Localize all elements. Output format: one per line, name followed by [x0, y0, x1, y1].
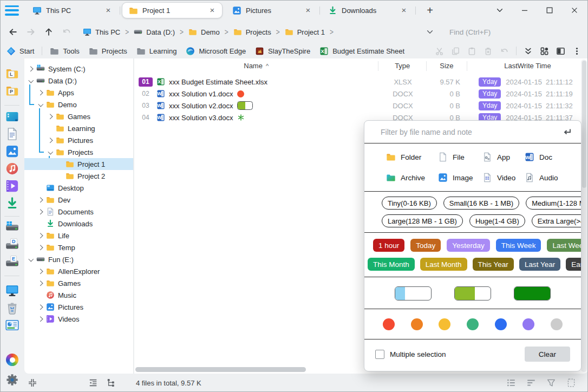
file-row[interactable]: 03 xxx Solution v2.docx DOCX 0 B Yday 20… — [134, 100, 588, 112]
size-filter-extra-large[interactable]: Extra Large(>4 GB) — [532, 214, 582, 227]
tree-item-videos[interactable]: Videos — [24, 313, 133, 325]
tree-item-games-e[interactable]: Games — [24, 277, 133, 289]
find-input[interactable] — [448, 24, 580, 40]
tree-item-life[interactable]: Life — [24, 230, 133, 241]
tree-item-games[interactable]: Games — [24, 110, 133, 122]
up-arrow-icon[interactable] — [42, 25, 55, 38]
pinned-music[interactable] — [5, 162, 19, 175]
pinned-pictures[interactable] — [5, 145, 19, 158]
size-filter-medium[interactable]: Medium(1-128 MB) — [526, 197, 582, 210]
close-window-button[interactable] — [565, 3, 584, 18]
tree-item-apps[interactable]: Apps — [24, 87, 133, 99]
type-filter-archive[interactable]: Archive — [386, 167, 438, 188]
outdent-icon[interactable] — [88, 378, 98, 388]
vertical-scrollbar-thumb[interactable] — [582, 61, 586, 188]
time-filter-this-month[interactable]: This Month — [368, 258, 415, 271]
tree-item-pictures-e[interactable]: Pictures — [24, 301, 133, 313]
size-filter-tiny[interactable]: Tiny(0-16 KB) — [382, 197, 437, 210]
quickbar-projects[interactable]: Projects — [89, 47, 127, 56]
size-filter-small[interactable]: Small(16 KB - 1 MB) — [443, 197, 519, 210]
chevron-right-icon[interactable] — [36, 279, 45, 288]
file-row[interactable]: 01 xxx Budget Estimate Sheet.xlsx XLSX 9… — [134, 76, 588, 88]
collapse-all-icon[interactable] — [28, 378, 37, 388]
column-header-type[interactable]: Type — [378, 61, 426, 71]
time-filter-this-year[interactable]: This Year — [473, 258, 514, 271]
pinned-downloads[interactable] — [5, 197, 19, 210]
quickbar-budget-estimate-sheet[interactable]: Budget Estimate Sheet — [319, 47, 404, 56]
color-filter-yellow[interactable] — [439, 318, 450, 330]
pinned-videos[interactable] — [5, 179, 19, 193]
time-filter-earlier[interactable]: Earlier — [566, 258, 582, 271]
column-header-lastwrite-time[interactable]: LastWrite Time — [467, 61, 588, 71]
chevron-down-icon[interactable] — [27, 255, 35, 264]
pinned-drive-e[interactable]: E — [5, 257, 19, 270]
chevron-right-icon[interactable] — [27, 64, 35, 73]
tree-item-project-2[interactable]: Project 2 — [24, 170, 133, 182]
quickbar-tools[interactable]: Tools — [50, 47, 79, 56]
pinned-drive-d[interactable]: D — [5, 239, 19, 253]
breadcrumb-demo[interactable]: Demo — [188, 27, 220, 37]
file-row[interactable]: 02 xxx Solution v1.docx DOCX 0 B Yday 20… — [134, 88, 588, 100]
paste-icon[interactable] — [467, 47, 476, 56]
tree-item-downloads[interactable]: Downloads — [24, 218, 133, 230]
tree-item-documents[interactable]: Documents — [24, 206, 133, 218]
color-filter-purple[interactable] — [522, 318, 534, 330]
tab-list-chevron-icon[interactable] — [491, 3, 509, 18]
color-filter-orange[interactable] — [411, 318, 423, 330]
enter-key-icon[interactable] — [561, 127, 572, 138]
close-tab-icon[interactable]: × — [398, 5, 409, 16]
filter-search-input[interactable] — [380, 127, 561, 137]
close-tab-icon[interactable]: × — [103, 5, 114, 16]
type-filter-folder[interactable]: Folder — [386, 147, 438, 167]
strip-this-pc[interactable] — [5, 284, 19, 297]
quickbar-slaythespire[interactable]: SlayTheSpire — [255, 47, 310, 56]
close-tab-icon[interactable]: × — [303, 5, 313, 16]
time-filter-this-week[interactable]: This Week — [496, 239, 541, 252]
tab-downloads[interactable]: Downloads × — [322, 2, 414, 18]
pinned-app-window[interactable] — [5, 110, 19, 123]
color-filter-gray[interactable] — [551, 318, 563, 330]
color-filter-green[interactable] — [467, 318, 479, 330]
breadcrumb-projects[interactable]: Projects — [233, 27, 272, 37]
tree-item-fun-e[interactable]: Fun (E:) — [24, 253, 133, 265]
breadcrumb-data-d[interactable]: Data (D:) — [133, 27, 175, 37]
size-filter-large[interactable]: Large(128 MB - 1 GB) — [382, 214, 463, 227]
type-filter-video[interactable]: Video — [482, 167, 525, 188]
breadcrumb-this-pc[interactable]: This PC — [82, 27, 121, 37]
chevron-right-icon[interactable] — [36, 88, 45, 97]
undo-arrow-icon[interactable] — [60, 25, 73, 38]
type-filter-audio[interactable]: Audio — [525, 167, 581, 188]
tree-item-data-d[interactable]: Data (D:) — [24, 75, 133, 87]
tree-item-projects[interactable]: Projects — [24, 146, 133, 158]
breadcrumb-project-1[interactable]: Project 1 — [284, 27, 325, 37]
chevron-right-icon[interactable] — [36, 243, 45, 252]
maximize-button[interactable] — [540, 3, 559, 18]
progress-filter-half[interactable] — [454, 286, 491, 300]
tree-item-music[interactable]: Music — [24, 289, 133, 301]
time-filter-yesterday[interactable]: Yesterday — [447, 239, 490, 252]
tree-item-system-c[interactable]: System (C:) — [24, 63, 133, 75]
filter-funnel-icon[interactable] — [546, 378, 556, 388]
strip-theme-colors[interactable] — [5, 353, 19, 367]
tree-item-learning[interactable]: Learning — [24, 122, 133, 134]
size-filter-huge[interactable]: Huge(1-4 GB) — [469, 214, 525, 227]
hamburger-menu-icon[interactable] — [5, 5, 19, 16]
color-filter-blue[interactable] — [495, 318, 507, 330]
back-arrow-icon[interactable] — [6, 25, 19, 38]
chevron-right-icon[interactable] — [46, 112, 55, 121]
pinned-folder-learning[interactable]: L — [5, 67, 19, 80]
progress-filter-full[interactable] — [514, 286, 551, 300]
pinned-folder-projects[interactable]: P — [5, 84, 19, 97]
type-filter-doc[interactable]: Doc — [525, 147, 581, 167]
pinned-documents[interactable] — [5, 127, 19, 141]
column-header-size[interactable]: Size — [426, 61, 467, 71]
quickbar-start[interactable]: Start — [6, 47, 34, 56]
chevron-down-icon[interactable] — [46, 148, 55, 156]
tree-item-temp[interactable]: Temp — [24, 241, 133, 253]
quickbar-microsoft-edge[interactable]: Microsoft Edge — [186, 47, 246, 56]
chevron-right-icon[interactable] — [46, 136, 55, 145]
tree-item-dev[interactable]: Dev — [24, 194, 133, 206]
strip-settings[interactable] — [5, 373, 19, 387]
tab-pictures[interactable]: Pictures × — [226, 2, 318, 18]
chevron-right-icon[interactable] — [36, 231, 45, 240]
